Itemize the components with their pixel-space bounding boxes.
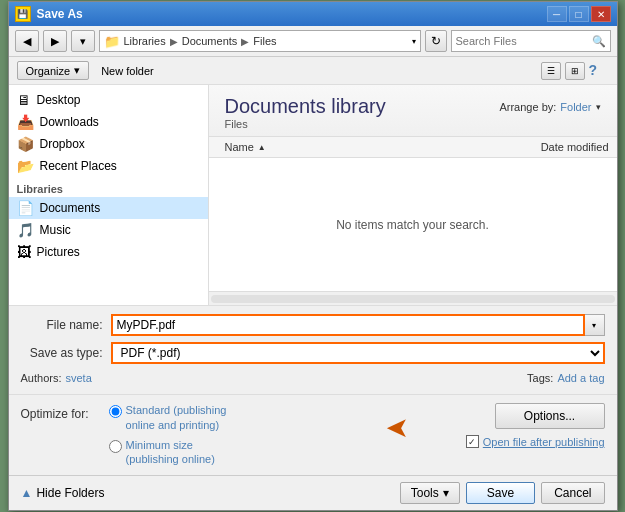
title-bar: 💾 Save As ─ □ ✕ [9,2,617,26]
minimum-label: Minimum size(publishing online) [126,438,215,467]
file-list-empty: No items match your search. [209,158,617,291]
organize-button[interactable]: Organize ▾ [17,61,90,80]
filename-input-wrap: ▾ [111,314,605,336]
tools-button[interactable]: Tools ▾ [400,482,460,504]
help-button[interactable]: ? [589,62,609,80]
filename-input[interactable] [111,314,585,336]
grid-view-button[interactable]: ⊞ [565,62,585,80]
options-button[interactable]: Options... [495,403,605,429]
organize-arrow-icon: ▾ [74,64,80,77]
minimum-radio[interactable] [109,440,122,453]
tags-label: Tags: [527,372,553,384]
savetype-input-wrap: PDF (*.pdf) [111,342,605,364]
search-box: 🔍 [451,30,611,52]
horizontal-scrollbar[interactable] [209,291,617,305]
filename-dropdown-arrow[interactable]: ▾ [585,314,605,336]
sidebar: 🖥 Desktop 📥 Downloads 📦 Dropbox 📂 Recent… [9,85,209,305]
sidebar-item-recent-places[interactable]: 📂 Recent Places [9,155,208,177]
filename-row: File name: ▾ [21,314,605,336]
scroll-track [211,295,615,303]
standard-label: Standard (publishingonline and printing) [126,403,227,432]
save-as-dialog: 💾 Save As ─ □ ✕ ◀ ▶ ▾ 📁 Libraries ▶ Docu… [8,1,618,510]
title-buttons: ─ □ ✕ [547,6,611,22]
refresh-icon: ↻ [431,34,441,48]
music-icon: 🎵 [17,222,34,238]
sidebar-item-desktop[interactable]: 🖥 Desktop [9,89,208,111]
filename-label: File name: [21,318,111,332]
maximize-button[interactable]: □ [569,6,589,22]
pictures-icon: 🖼 [17,244,31,260]
bottom-right: Tools ▾ Save Cancel [400,482,605,504]
view-buttons: ☰ ⊞ ? [541,62,609,80]
hide-folders-chevron-icon: ▲ [21,486,33,500]
form-area: File name: ▾ Save as type: PDF (*.pdf) A… [9,305,617,394]
empty-message: No items match your search. [336,218,489,232]
back-button[interactable]: ◀ [15,30,39,52]
search-input[interactable] [456,35,592,47]
documents-icon: 📄 [17,200,34,216]
sidebar-item-pictures[interactable]: 🖼 Pictures [9,241,208,263]
desktop-icon: 🖥 [17,92,31,108]
save-button[interactable]: Save [466,482,535,504]
library-title: Documents library [225,95,386,118]
close-button[interactable]: ✕ [591,6,611,22]
right-panel: Options... ✓ Open file after publishing … [466,403,605,448]
savetype-row: Save as type: PDF (*.pdf) [21,342,605,364]
open-file-row: ✓ Open file after publishing [466,435,605,448]
dropdown-button[interactable]: ▾ [71,30,95,52]
sidebar-item-documents[interactable]: 📄 Documents [9,197,208,219]
open-file-checkbox[interactable]: ✓ [466,435,479,448]
breadcrumb-documents: Documents [182,35,238,47]
downloads-icon: 📥 [17,114,34,130]
column-headers: Name ▲ Date modified [209,137,617,158]
forward-icon: ▶ [51,35,59,48]
authors-value[interactable]: sveta [65,372,91,384]
folder-icon: 📁 [104,34,120,49]
arrange-by: Arrange by: Folder ▾ [499,101,600,113]
file-header: Documents library Files Arrange by: Fold… [209,85,617,137]
cancel-button[interactable]: Cancel [541,482,604,504]
tools-arrow-icon: ▾ [443,486,449,500]
sidebar-item-dropbox[interactable]: 📦 Dropbox [9,133,208,155]
arrange-by-folder-link[interactable]: Folder [560,101,591,113]
dropbox-icon: 📦 [17,136,34,152]
sort-arrow-icon: ▲ [258,143,266,152]
refresh-button[interactable]: ↻ [425,30,447,52]
address-toolbar: ◀ ▶ ▾ 📁 Libraries ▶ Documents ▶ Files ▾ … [9,26,617,57]
address-dropdown-arrow[interactable]: ▾ [412,37,416,46]
dropdown-icon: ▾ [80,35,86,48]
window-icon: 💾 [15,6,31,22]
minimum-option[interactable]: Minimum size(publishing online) [109,438,227,467]
authors-label: Authors: [21,372,62,384]
sidebar-item-music[interactable]: 🎵 Music [9,219,208,241]
recent-places-icon: 📂 [17,158,34,174]
optimize-options: Standard (publishingonline and printing)… [109,403,227,466]
arrow-annotation-icon: ➤ [386,411,409,444]
open-file-label[interactable]: Open file after publishing [483,436,605,448]
window-title: Save As [37,7,83,21]
file-area: Documents library Files Arrange by: Fold… [209,85,617,305]
minimize-button[interactable]: ─ [547,6,567,22]
title-bar-left: 💾 Save As [15,6,83,22]
standard-option[interactable]: Standard (publishingonline and printing) [109,403,227,432]
new-folder-button[interactable]: New folder [97,63,158,79]
tags-value[interactable]: Add a tag [557,372,604,384]
second-toolbar: Organize ▾ New folder ☰ ⊞ ? [9,57,617,85]
breadcrumb-libraries: Libraries [124,35,166,47]
breadcrumb-files: Files [253,35,276,47]
standard-radio[interactable] [109,405,122,418]
savetype-select[interactable]: PDF (*.pdf) [111,342,605,364]
address-bar[interactable]: 📁 Libraries ▶ Documents ▶ Files ▾ [99,30,421,52]
search-icon: 🔍 [592,35,606,48]
hide-folders-button[interactable]: ▲ Hide Folders [21,486,105,500]
list-view-button[interactable]: ☰ [541,62,561,80]
optimize-label: Optimize for: [21,407,89,421]
sidebar-item-downloads[interactable]: 📥 Downloads [9,111,208,133]
sidebar-section-libraries: Libraries [9,177,208,197]
column-name-header[interactable]: Name ▲ [209,139,457,155]
bottom-bar: ▲ Hide Folders Tools ▾ Save Cancel [9,475,617,510]
meta-row: Authors: sveta Tags: Add a tag [21,370,605,386]
forward-button[interactable]: ▶ [43,30,67,52]
back-icon: ◀ [23,35,31,48]
column-date-header: Date modified [457,139,617,155]
